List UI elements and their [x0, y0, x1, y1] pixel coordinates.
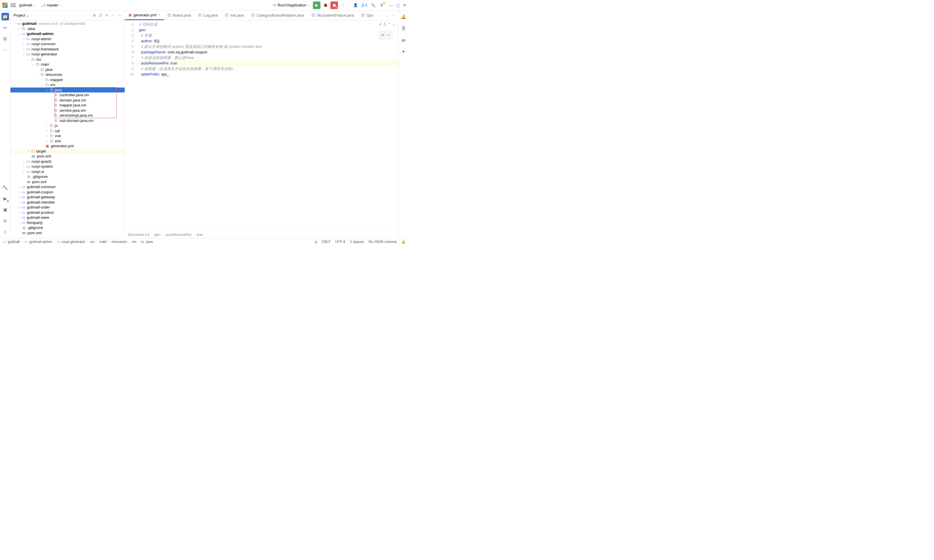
- tab-spu[interactable]: ⒸSpu: [358, 11, 377, 20]
- tree-row[interactable]: ⌄🗀src: [11, 57, 125, 62]
- encoding[interactable]: UTF-8: [335, 240, 345, 244]
- tree-row[interactable]: ›🗀vue: [11, 133, 125, 138]
- project-tool-icon[interactable]: 📁: [2, 13, 9, 20]
- terminal-icon[interactable]: ▣: [2, 206, 9, 214]
- float-toolbar[interactable]: ⟳×: [379, 31, 392, 39]
- tab-dropdown-icon[interactable]: ⌄: [386, 13, 389, 17]
- maximize-icon[interactable]: ▢: [396, 3, 400, 8]
- tree-row[interactable]: ›▭gulimall-ware: [11, 215, 125, 220]
- code-lines[interactable]: # 代码生成 gen: # 作者 author: SQ # 默认生成包路径 sy…: [137, 20, 398, 231]
- yaml-icon[interactable]: y: [315, 240, 317, 244]
- tree-row[interactable]: ⌄🗀resources: [11, 72, 125, 77]
- git-icon[interactable]: ⎌: [2, 228, 9, 236]
- tree-row[interactable]: ›🗀mapper: [11, 77, 125, 83]
- tree-row[interactable]: ⎘controller.java.vm: [11, 92, 125, 98]
- tree-row[interactable]: ⌄🗀vm: [11, 82, 125, 88]
- tree-row[interactable]: ⌄▭gulimall-admin: [11, 31, 125, 37]
- tree-row[interactable]: ›▭ruoyi-admin: [11, 37, 125, 42]
- tree-row[interactable]: ⌄🗀main: [11, 62, 125, 67]
- tree-row[interactable]: ›🗀java: [11, 67, 125, 72]
- schema[interactable]: No JSON schema: [368, 240, 397, 244]
- tree-row[interactable]: ›▭gulimall-coupon: [11, 189, 125, 195]
- more-tool-icon[interactable]: ⋯: [2, 46, 9, 54]
- tab-more-icon[interactable]: ⋮: [391, 13, 395, 17]
- tree-row[interactable]: ⎘sub-domain.java.vm: [11, 118, 125, 123]
- tree-row[interactable]: ›🗀sql: [11, 128, 125, 134]
- tab-attr[interactable]: ⒸAttr.java: [222, 11, 248, 20]
- tree-row[interactable]: ›▭gulimall-common: [11, 184, 125, 189]
- tab-category[interactable]: ⒸCategoryBrandRelation.java: [248, 11, 308, 20]
- tree-row[interactable]: ›▭gulimall-geteway: [11, 195, 125, 200]
- debug-button[interactable]: 🐞: [322, 2, 329, 9]
- run-tool-icon[interactable]: ▶: [2, 195, 9, 202]
- tab-sku[interactable]: ⒸSkuSaleAttrValue.java: [308, 11, 358, 20]
- tree-row[interactable]: mpom.xml: [11, 231, 125, 236]
- down-icon[interactable]: ⌄: [392, 22, 395, 27]
- tree-row[interactable]: ›▭ruoyi-quartz: [11, 159, 125, 164]
- tree-row[interactable]: ›🗀.idea: [11, 26, 125, 31]
- minimize-icon[interactable]: —: [389, 3, 393, 8]
- tree-row[interactable]: ›▭ruoyi-system: [11, 164, 125, 169]
- tree-row[interactable]: ›▭ruoyi-common: [11, 42, 125, 47]
- vcs-branch[interactable]: ⎇ master ⌄: [41, 3, 62, 8]
- project-selector[interactable]: gulimall ⌄: [19, 3, 35, 7]
- tree-row[interactable]: ›🗀js: [11, 123, 125, 128]
- project-tree[interactable]: ⌄▭gulimallsources root,E:\Java\gulimall …: [11, 20, 125, 238]
- stop-button[interactable]: ◼2: [330, 2, 338, 9]
- tree-row[interactable]: ›▭ruoyi-framework: [11, 47, 125, 52]
- run-configuration[interactable]: ⟳ RuoYiApplication ⌄: [273, 3, 310, 8]
- tab-log[interactable]: ⒸLog.java: [195, 11, 222, 20]
- code-breadcrumb[interactable]: Document 1/1› gen:› autoRemovePre:› true: [125, 231, 398, 238]
- translate-icon[interactable]: 文A: [361, 2, 368, 9]
- tree-row[interactable]: mpom.xml: [11, 154, 125, 159]
- tree-row[interactable]: ›▭gulimall-product: [11, 210, 125, 215]
- tab-brand[interactable]: ⒸBrand.java: [164, 11, 195, 20]
- search-icon[interactable]: 🔍: [369, 2, 377, 9]
- collapse-icon[interactable]: ✕: [105, 13, 108, 17]
- main-menu-icon[interactable]: [11, 3, 16, 8]
- hide-icon[interactable]: —: [118, 13, 122, 17]
- close-icon[interactable]: ×: [387, 32, 390, 38]
- settings-icon[interactable]: ⚙: [378, 2, 385, 9]
- inspection-marker[interactable]: ✔1⌃⌄: [379, 22, 395, 27]
- panel-title[interactable]: Project ⌄: [14, 13, 29, 17]
- tree-row[interactable]: ⊘.gitignore: [11, 174, 125, 179]
- database-icon[interactable]: 🗄: [400, 25, 407, 32]
- line-separator[interactable]: CRLF: [322, 240, 331, 244]
- tree-row[interactable]: ▣generator.yml: [11, 143, 125, 149]
- run-button[interactable]: ▶: [313, 2, 321, 9]
- maven-icon[interactable]: m: [400, 36, 407, 44]
- ai-icon[interactable]: ⟳: [381, 32, 384, 38]
- indent[interactable]: 2 spaces: [350, 240, 364, 244]
- commit-tool-icon[interactable]: ⊷: [2, 24, 9, 31]
- tree-row[interactable]: ⌄▭ruoyi-generator: [11, 52, 125, 57]
- select-opened-icon[interactable]: ⊕: [93, 13, 96, 17]
- tree-row[interactable]: ›▭gulimall-member: [11, 200, 125, 205]
- ai-assistant-icon[interactable]: ✦: [400, 48, 407, 55]
- up-icon[interactable]: ⌃: [388, 22, 390, 27]
- tab-generator-yml[interactable]: ▣generator.yml×: [125, 11, 164, 20]
- close-icon[interactable]: ×: [158, 13, 160, 17]
- more-icon[interactable]: ⋮: [339, 2, 347, 9]
- tree-row[interactable]: ⎘mapper.java.vm: [11, 103, 125, 108]
- close-icon[interactable]: ✕: [403, 3, 406, 8]
- tree-row[interactable]: ›🗀target: [11, 149, 125, 154]
- problems-icon[interactable]: ⊘: [2, 217, 9, 225]
- tree-row[interactable]: mpom.xml: [11, 179, 125, 185]
- panel-more-icon[interactable]: ⋮: [111, 13, 115, 17]
- tree-row[interactable]: ›▭gulimall-order: [11, 205, 125, 210]
- tree-row[interactable]: ›🗀xml: [11, 138, 125, 144]
- tree-row[interactable]: ›▭thirdparty: [11, 220, 125, 225]
- lock-icon[interactable]: 🔒: [401, 240, 406, 244]
- tree-row[interactable]: ⎘domain.java.vm: [11, 98, 125, 103]
- tree-row[interactable]: ⎘serviceImpl.java.vm: [11, 113, 125, 118]
- notifications-icon[interactable]: 🔔: [400, 13, 407, 20]
- tree-row[interactable]: ›▭ruoyi-ui: [11, 169, 125, 174]
- code-editor[interactable]: 12345678910 # 代码生成 gen: # 作者 author: SQ …: [125, 20, 398, 231]
- tree-row[interactable]: ⎘service.java.vm: [11, 108, 125, 113]
- structure-tool-icon[interactable]: ⊞: [2, 35, 9, 43]
- tree-row-selected[interactable]: ⌄🗀java: [11, 88, 125, 93]
- expand-icon[interactable]: ⇵: [99, 13, 102, 17]
- tree-row[interactable]: ⊘.gitignore: [11, 225, 125, 231]
- build-tool-icon[interactable]: 🔨: [2, 184, 9, 191]
